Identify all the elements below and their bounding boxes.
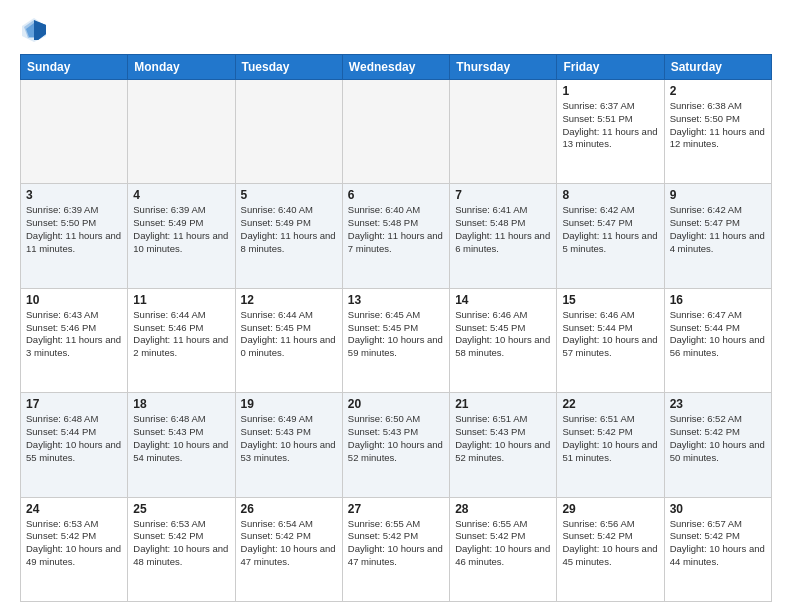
weekday-header-monday: Monday	[128, 55, 235, 80]
calendar-cell: 29Sunrise: 6:56 AM Sunset: 5:42 PM Dayli…	[557, 497, 664, 601]
day-number: 17	[26, 397, 122, 411]
day-number: 8	[562, 188, 658, 202]
calendar-cell: 17Sunrise: 6:48 AM Sunset: 5:44 PM Dayli…	[21, 393, 128, 497]
day-number: 6	[348, 188, 444, 202]
calendar-cell: 28Sunrise: 6:55 AM Sunset: 5:42 PM Dayli…	[450, 497, 557, 601]
day-info: Sunrise: 6:53 AM Sunset: 5:42 PM Dayligh…	[133, 518, 229, 569]
day-number: 11	[133, 293, 229, 307]
day-info: Sunrise: 6:51 AM Sunset: 5:42 PM Dayligh…	[562, 413, 658, 464]
day-info: Sunrise: 6:54 AM Sunset: 5:42 PM Dayligh…	[241, 518, 337, 569]
day-number: 28	[455, 502, 551, 516]
weekday-header-friday: Friday	[557, 55, 664, 80]
day-number: 27	[348, 502, 444, 516]
calendar-cell: 27Sunrise: 6:55 AM Sunset: 5:42 PM Dayli…	[342, 497, 449, 601]
day-number: 19	[241, 397, 337, 411]
calendar-week-row: 17Sunrise: 6:48 AM Sunset: 5:44 PM Dayli…	[21, 393, 772, 497]
day-number: 24	[26, 502, 122, 516]
day-number: 23	[670, 397, 766, 411]
calendar-cell	[235, 80, 342, 184]
day-number: 15	[562, 293, 658, 307]
day-number: 12	[241, 293, 337, 307]
calendar-cell: 21Sunrise: 6:51 AM Sunset: 5:43 PM Dayli…	[450, 393, 557, 497]
day-number: 2	[670, 84, 766, 98]
calendar-table: SundayMondayTuesdayWednesdayThursdayFrid…	[20, 54, 772, 602]
day-info: Sunrise: 6:56 AM Sunset: 5:42 PM Dayligh…	[562, 518, 658, 569]
day-number: 9	[670, 188, 766, 202]
calendar-cell: 4Sunrise: 6:39 AM Sunset: 5:49 PM Daylig…	[128, 184, 235, 288]
day-number: 1	[562, 84, 658, 98]
calendar-page: SundayMondayTuesdayWednesdayThursdayFrid…	[0, 0, 792, 612]
day-number: 21	[455, 397, 551, 411]
day-number: 10	[26, 293, 122, 307]
calendar-cell: 12Sunrise: 6:44 AM Sunset: 5:45 PM Dayli…	[235, 288, 342, 392]
day-info: Sunrise: 6:42 AM Sunset: 5:47 PM Dayligh…	[670, 204, 766, 255]
day-info: Sunrise: 6:43 AM Sunset: 5:46 PM Dayligh…	[26, 309, 122, 360]
day-info: Sunrise: 6:50 AM Sunset: 5:43 PM Dayligh…	[348, 413, 444, 464]
day-number: 4	[133, 188, 229, 202]
calendar-cell: 26Sunrise: 6:54 AM Sunset: 5:42 PM Dayli…	[235, 497, 342, 601]
calendar-cell: 14Sunrise: 6:46 AM Sunset: 5:45 PM Dayli…	[450, 288, 557, 392]
day-info: Sunrise: 6:38 AM Sunset: 5:50 PM Dayligh…	[670, 100, 766, 151]
calendar-cell: 20Sunrise: 6:50 AM Sunset: 5:43 PM Dayli…	[342, 393, 449, 497]
day-info: Sunrise: 6:41 AM Sunset: 5:48 PM Dayligh…	[455, 204, 551, 255]
calendar-cell: 24Sunrise: 6:53 AM Sunset: 5:42 PM Dayli…	[21, 497, 128, 601]
weekday-header-tuesday: Tuesday	[235, 55, 342, 80]
calendar-cell: 6Sunrise: 6:40 AM Sunset: 5:48 PM Daylig…	[342, 184, 449, 288]
calendar-cell: 5Sunrise: 6:40 AM Sunset: 5:49 PM Daylig…	[235, 184, 342, 288]
calendar-cell: 30Sunrise: 6:57 AM Sunset: 5:42 PM Dayli…	[664, 497, 771, 601]
day-info: Sunrise: 6:39 AM Sunset: 5:50 PM Dayligh…	[26, 204, 122, 255]
weekday-header-row: SundayMondayTuesdayWednesdayThursdayFrid…	[21, 55, 772, 80]
day-number: 30	[670, 502, 766, 516]
day-number: 5	[241, 188, 337, 202]
calendar-cell	[450, 80, 557, 184]
calendar-cell: 25Sunrise: 6:53 AM Sunset: 5:42 PM Dayli…	[128, 497, 235, 601]
day-number: 18	[133, 397, 229, 411]
day-info: Sunrise: 6:49 AM Sunset: 5:43 PM Dayligh…	[241, 413, 337, 464]
calendar-cell: 1Sunrise: 6:37 AM Sunset: 5:51 PM Daylig…	[557, 80, 664, 184]
day-info: Sunrise: 6:57 AM Sunset: 5:42 PM Dayligh…	[670, 518, 766, 569]
calendar-cell: 10Sunrise: 6:43 AM Sunset: 5:46 PM Dayli…	[21, 288, 128, 392]
calendar-cell: 22Sunrise: 6:51 AM Sunset: 5:42 PM Dayli…	[557, 393, 664, 497]
calendar-cell: 9Sunrise: 6:42 AM Sunset: 5:47 PM Daylig…	[664, 184, 771, 288]
day-number: 20	[348, 397, 444, 411]
day-info: Sunrise: 6:46 AM Sunset: 5:44 PM Dayligh…	[562, 309, 658, 360]
weekday-header-saturday: Saturday	[664, 55, 771, 80]
calendar-cell	[21, 80, 128, 184]
calendar-cell: 19Sunrise: 6:49 AM Sunset: 5:43 PM Dayli…	[235, 393, 342, 497]
calendar-cell: 13Sunrise: 6:45 AM Sunset: 5:45 PM Dayli…	[342, 288, 449, 392]
calendar-cell	[128, 80, 235, 184]
day-info: Sunrise: 6:42 AM Sunset: 5:47 PM Dayligh…	[562, 204, 658, 255]
calendar-cell: 8Sunrise: 6:42 AM Sunset: 5:47 PM Daylig…	[557, 184, 664, 288]
day-info: Sunrise: 6:37 AM Sunset: 5:51 PM Dayligh…	[562, 100, 658, 151]
day-number: 7	[455, 188, 551, 202]
weekday-header-wednesday: Wednesday	[342, 55, 449, 80]
day-info: Sunrise: 6:47 AM Sunset: 5:44 PM Dayligh…	[670, 309, 766, 360]
day-info: Sunrise: 6:40 AM Sunset: 5:49 PM Dayligh…	[241, 204, 337, 255]
calendar-header: SundayMondayTuesdayWednesdayThursdayFrid…	[21, 55, 772, 80]
day-info: Sunrise: 6:48 AM Sunset: 5:44 PM Dayligh…	[26, 413, 122, 464]
day-info: Sunrise: 6:52 AM Sunset: 5:42 PM Dayligh…	[670, 413, 766, 464]
svg-marker-4	[34, 20, 46, 40]
day-number: 3	[26, 188, 122, 202]
day-number: 14	[455, 293, 551, 307]
day-info: Sunrise: 6:39 AM Sunset: 5:49 PM Dayligh…	[133, 204, 229, 255]
calendar-cell: 18Sunrise: 6:48 AM Sunset: 5:43 PM Dayli…	[128, 393, 235, 497]
header	[20, 16, 772, 44]
calendar-cell: 23Sunrise: 6:52 AM Sunset: 5:42 PM Dayli…	[664, 393, 771, 497]
day-number: 22	[562, 397, 658, 411]
day-number: 29	[562, 502, 658, 516]
calendar-cell: 2Sunrise: 6:38 AM Sunset: 5:50 PM Daylig…	[664, 80, 771, 184]
logo-icon	[20, 16, 48, 44]
day-info: Sunrise: 6:40 AM Sunset: 5:48 PM Dayligh…	[348, 204, 444, 255]
calendar-cell: 11Sunrise: 6:44 AM Sunset: 5:46 PM Dayli…	[128, 288, 235, 392]
calendar-cell: 3Sunrise: 6:39 AM Sunset: 5:50 PM Daylig…	[21, 184, 128, 288]
calendar-cell: 15Sunrise: 6:46 AM Sunset: 5:44 PM Dayli…	[557, 288, 664, 392]
calendar-cell	[342, 80, 449, 184]
day-info: Sunrise: 6:45 AM Sunset: 5:45 PM Dayligh…	[348, 309, 444, 360]
day-number: 13	[348, 293, 444, 307]
calendar-cell: 16Sunrise: 6:47 AM Sunset: 5:44 PM Dayli…	[664, 288, 771, 392]
calendar-week-row: 3Sunrise: 6:39 AM Sunset: 5:50 PM Daylig…	[21, 184, 772, 288]
weekday-header-sunday: Sunday	[21, 55, 128, 80]
day-info: Sunrise: 6:44 AM Sunset: 5:45 PM Dayligh…	[241, 309, 337, 360]
day-info: Sunrise: 6:51 AM Sunset: 5:43 PM Dayligh…	[455, 413, 551, 464]
